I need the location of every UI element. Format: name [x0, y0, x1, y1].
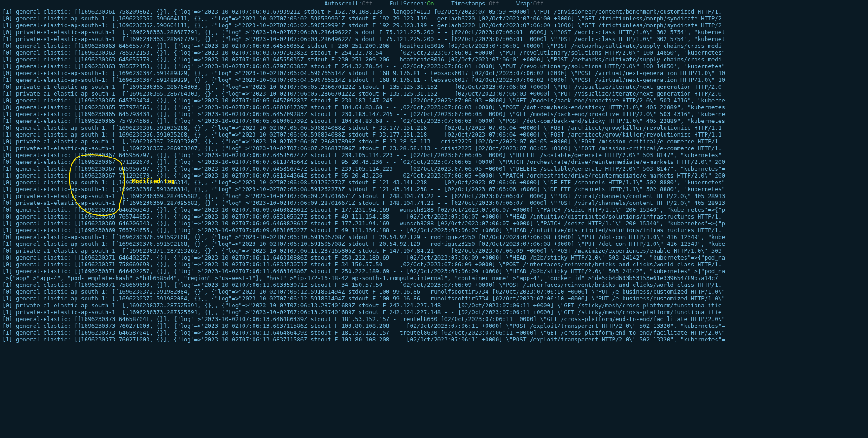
timestamps-value: Off — [489, 0, 499, 7]
log-line: [0] private-a1-elastic-ap-south-1: [[169… — [2, 199, 866, 206]
log-line: [1] private-a1-elastic-ap-south-1: [[169… — [2, 36, 866, 42]
log-line: [1] general-elastic: [[1696230365.757974… — [2, 117, 866, 124]
log-line: [1] general-elastic: [[1696230373.760271… — [2, 336, 866, 343]
log-line: [1] private-a1-elastic-ap-south-1: [[169… — [2, 145, 866, 152]
log-line: [1] general-elastic: [[1696230371.646402… — [2, 268, 866, 275]
log-line: [0] general-elastic-ap-south-1: [[169623… — [2, 179, 866, 186]
log-line: [0] general-elastic: [[1696230373.646587… — [2, 316, 866, 322]
autoscroll-value: Off — [362, 0, 372, 7]
log-line: [1] general-elastic: [[1696230371.758669… — [2, 281, 866, 288]
log-line: [1] general-elastic: [[1696230369.646206… — [2, 220, 866, 227]
log-line: [0] general-elastic: [[1696230363.785572… — [2, 49, 866, 56]
log-line: [1] general-elastic: [[1696230363.645655… — [2, 56, 866, 63]
autoscroll-label: Autoscroll — [325, 0, 359, 7]
log-line: [0] general-elastic-ap-south-1: [[169623… — [2, 124, 866, 131]
log-line: [0] general-elastic: [[1696230369.765744… — [2, 213, 866, 220]
colon: : — [530, 0, 533, 7]
log-line: [0] general-elastic: [[1696230367.771292… — [2, 158, 866, 165]
status-bar: Autoscroll:Off FullScreen:On Timestamps:… — [0, 0, 868, 7]
fullscreen-value: On — [427, 0, 434, 7]
log-line: [1] general-elastic: [[1696230363.785572… — [2, 63, 866, 70]
log-line: [0] general-elastic: [[1696230371.758669… — [2, 261, 866, 268]
log-line: [0] private-a1-elastic-ap-south-1: [[169… — [2, 302, 866, 309]
log-line: [1] general-elastic: [[1696230367.771292… — [2, 172, 866, 179]
log-line: [0] general-elastic: [[1696230373.760271… — [2, 322, 866, 329]
log-line: [1] private-a1-elastic-ap-south-1: [[169… — [2, 193, 866, 199]
log-line: [1] general-elastic-ap-south-1: [[169623… — [2, 240, 866, 247]
log-line: [0] private-a1-elastic-ap-south-1: [[169… — [2, 29, 866, 36]
log-line: [0] general-elastic: [[1696230363.645655… — [2, 42, 866, 49]
log-line: [1] general-elastic-ap-south-1: [[169623… — [2, 186, 866, 193]
wrap-label: Wrap — [516, 0, 530, 7]
log-line: [1] general-elastic: [[1696230361.758209… — [2, 8, 866, 15]
log-line: [0] general-elastic-ap-south-1: [[169623… — [2, 234, 866, 240]
log-output[interactable]: [1] general-elastic: [[1696230361.758209… — [2, 8, 866, 438]
log-line: [1] general-elastic: [[1696230365.645793… — [2, 111, 866, 117]
log-line: [1] private-a1-elastic-ap-south-1: [[169… — [2, 309, 866, 316]
log-line: [0] general-elastic: [[1696230367.645956… — [2, 152, 866, 158]
log-line: [0] general-elastic: [[1696230369.646206… — [2, 206, 866, 213]
wrap-value: Off — [533, 0, 544, 7]
log-line: [1] general-elastic-ap-south-1: [[169623… — [2, 295, 866, 302]
log-line: [1] general-elastic-ap-south-1: [[169623… — [2, 22, 866, 29]
colon: : — [485, 0, 489, 7]
log-line: [0] general-elastic: [[1696230371.646402… — [2, 254, 866, 261]
log-line: [1] general-elastic: [[1696230373.646587… — [2, 329, 866, 336]
log-line: [0] private-a1-elastic-ap-south-1: [[169… — [2, 138, 866, 145]
log-line: [0] general-elastic-ap-south-1: [[169623… — [2, 15, 866, 22]
log-line: [0] general-elastic: [[1696230365.645793… — [2, 97, 866, 104]
log-line: [1] private-a1-elastic-ap-south-1: [[169… — [2, 90, 866, 97]
log-line: [0] private-a1-elastic-ap-south-1: [[169… — [2, 83, 866, 90]
log-line: [0] private-a1-elastic-ap-south-1: [[169… — [2, 247, 866, 254]
log-line: [1] general-elastic: [[1696230367.645956… — [2, 165, 866, 172]
timestamps-label: Timestamps — [451, 0, 485, 7]
log-line: [0] general-elastic-ap-south-1: [[169623… — [2, 70, 866, 76]
log-line: [1] general-elastic: [[1696230369.765744… — [2, 227, 866, 234]
fullscreen-label: FullScreen — [390, 0, 424, 7]
log-line: [0] general-elastic: [[1696230365.757974… — [2, 104, 866, 111]
log-line: [1] general-elastic-ap-south-1: [[169623… — [2, 76, 866, 83]
log-line: [1] general-elastic-ap-south-1: [[169623… — [2, 131, 866, 138]
log-line: =>{"app"=>"app-4", "pod-template-hash"=>… — [2, 275, 866, 281]
log-line: [0] general-elastic-ap-south-1: [[169623… — [2, 288, 866, 295]
